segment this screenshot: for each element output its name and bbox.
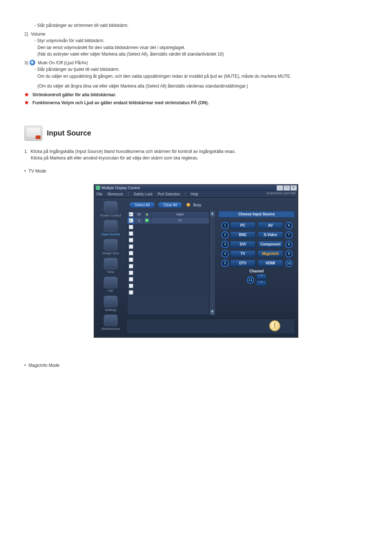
close-button[interactable]: × (290, 185, 297, 191)
sidebar-item-input-source[interactable]: Input Source (98, 220, 124, 236)
sidebar-item-label: Power Control (98, 214, 124, 217)
sidebar-item-maintenance[interactable]: Maintenance (98, 315, 124, 331)
list-row[interactable] (127, 289, 209, 296)
source-component-button[interactable]: Component (258, 241, 283, 248)
sidebar-item-label: Time (98, 270, 124, 274)
callout-badge-11: 11 (247, 276, 254, 284)
list-row[interactable] (127, 224, 209, 230)
row-checkbox[interactable] (129, 225, 133, 229)
row-checkbox[interactable] (129, 231, 133, 236)
callout-badge-4: 4 (221, 250, 229, 258)
list-row[interactable] (127, 270, 209, 276)
top-buttons: Select All Clear All Busy (127, 200, 295, 211)
scroll-down-button[interactable]: ▼ (210, 309, 215, 315)
menu-divider (185, 192, 185, 196)
menu-safety-lock[interactable]: Safety Lock (134, 192, 152, 196)
menu-help[interactable]: Help (191, 192, 198, 196)
item-3-title: Mute On /Off (Ljud På/Av) (38, 60, 88, 65)
display-list-panel: ID ◉ Input 0 TV (127, 211, 209, 315)
source-bnc-button[interactable]: BNC (230, 231, 256, 239)
row-checkbox[interactable] (129, 284, 133, 288)
item-2-title: Volume (31, 32, 45, 37)
maximize-button[interactable]: □ (283, 185, 290, 191)
bullet-tv-text: TV Mode (29, 169, 46, 174)
list-row[interactable] (127, 283, 209, 289)
list-row[interactable]: 0 TV (127, 217, 209, 224)
scroll-up-button[interactable]: ▲ (210, 211, 215, 217)
source-dtv-button[interactable]: DTV (230, 260, 256, 267)
list-header: ID ◉ Input (127, 211, 209, 217)
list-row[interactable] (127, 256, 209, 263)
app-window: Multiple Display Control _ □ × File Remo… (94, 185, 298, 337)
menu-file[interactable]: File (97, 192, 102, 196)
row-checkbox[interactable] (129, 238, 133, 242)
row-status-icon (145, 219, 149, 222)
row-checkbox[interactable] (129, 218, 133, 223)
row-checkbox[interactable] (129, 244, 133, 249)
channel-up-button[interactable]: ˄ (256, 274, 266, 280)
bullet-tv-mode: • TV Mode (24, 169, 368, 174)
ol-line1: Klicka på Ingångskälla (Input Source) bl… (30, 149, 236, 154)
callout-badge-2: 2 (221, 231, 229, 239)
maintenance-icon (104, 315, 118, 326)
select-all-button[interactable]: Select All (129, 202, 155, 208)
item-2-row: 2) Volume (24, 32, 368, 37)
menu-port-selection[interactable]: Port Selection (158, 192, 180, 196)
list-row[interactable] (127, 230, 209, 237)
callout-badge-8: 8 (285, 241, 293, 248)
row-checkbox[interactable] (129, 264, 133, 268)
channel-label: Channel (219, 269, 295, 273)
list-scrollbar[interactable]: ▲ ▼ (209, 211, 215, 315)
menu-divider (128, 192, 128, 196)
clear-all-button[interactable]: Clear All (158, 202, 182, 208)
list-row[interactable] (127, 263, 209, 270)
header-status-icon: ◉ (146, 212, 148, 216)
brand-label: SAMSUNG DIGITall (266, 191, 295, 195)
row-checkbox[interactable] (129, 277, 133, 281)
app-icon (96, 186, 100, 190)
source-av-button[interactable]: AV (258, 222, 283, 229)
main-area: Select All Clear All Busy ID ◉ (127, 198, 298, 337)
ol-item-1: 1. Klicka på Ingångskälla (Input Source)… (24, 149, 368, 154)
vol-line3: (När du avbryter valet eller väljer Mark… (34, 51, 368, 57)
mute-line1: - Slår på/stänger av ljudet till vald bi… (34, 66, 368, 73)
vol-line2: Den tar emot volymvärdet för den valda b… (34, 45, 368, 51)
list-row[interactable] (127, 250, 209, 256)
list-row[interactable] (127, 276, 209, 283)
sidebar-item-time[interactable]: Time (98, 258, 124, 274)
bullet-dot: • (24, 363, 26, 368)
row-checkbox[interactable] (129, 290, 133, 295)
mute-icon (29, 60, 35, 65)
sidebar-item-label: Image Size (98, 251, 124, 255)
channel-down-button[interactable]: ˅ (256, 280, 266, 286)
source-pc-button[interactable]: PC (230, 222, 256, 229)
source-tv-button[interactable]: TV (230, 250, 256, 258)
list-row[interactable] (127, 243, 209, 250)
input-source-icon (104, 220, 118, 232)
menu-remocon[interactable]: Remocon (107, 192, 123, 196)
minimize-button[interactable]: _ (277, 185, 283, 191)
source-magicinfo-button[interactable]: MagicInfo (258, 250, 283, 258)
warning-icon: ! (269, 320, 280, 331)
source-hdmi-button[interactable]: HDMI (258, 260, 283, 267)
busy-status-icon (187, 203, 190, 207)
document-page: - Slår på/stänger av strömmen till vald … (0, 0, 392, 555)
row-checkbox[interactable] (129, 271, 133, 275)
mute-line3: (Om du väljer att ångra dina val eller v… (34, 83, 368, 89)
section-heading: Input Source (24, 126, 368, 141)
source-dvi-button[interactable]: DVI (230, 241, 256, 248)
star-note-2: ★ Funktionerna Volym och Ljud av gäller … (24, 100, 368, 105)
sidebar-item-image-size[interactable]: Image Size (98, 239, 124, 255)
header-input: Input (151, 211, 209, 217)
row-checkbox[interactable] (129, 251, 133, 255)
sidebar-item-pip[interactable]: PIP (98, 277, 124, 293)
header-checkbox[interactable] (129, 212, 133, 216)
source-svideo-button[interactable]: S-Video (258, 231, 283, 239)
channel-block: Channel 11 ˄ ˅ (219, 269, 295, 286)
sidebar-item-settings[interactable]: Settings (98, 296, 124, 312)
list-row[interactable] (127, 237, 209, 243)
mute-line2: Om du väljer en uppsättning åt gången, o… (34, 73, 368, 80)
input-source-section-icon (24, 126, 42, 141)
sidebar-item-power-control[interactable]: Power Control (98, 201, 124, 217)
row-checkbox[interactable] (129, 258, 133, 262)
